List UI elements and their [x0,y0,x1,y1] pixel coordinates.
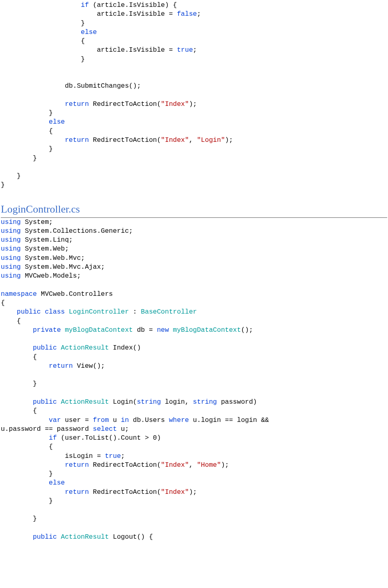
code-line: private myBlogDataContext db = new myBlo… [1,326,253,334]
code-line: using System.Web; [1,245,69,253]
code-line: db.SubmitChanges(); [1,82,141,90]
code-line: } [1,154,37,162]
code-line: { [1,127,53,135]
code-line: return RedirectToAction("Index"); [1,100,197,108]
code-line: } [1,172,21,180]
code-line: using System.Collections.Generic; [1,227,133,235]
code-line: article.IsVisible = false; [1,10,201,18]
code-line: namespace MVCweb.Controllers [1,290,113,298]
code-line: using System.Web.Mvc.Ajax; [1,263,105,271]
code-line: } [1,181,5,189]
code-line: else [1,28,97,36]
code-line: return RedirectToAction("Index"); [1,488,197,496]
code-line: else [1,479,65,487]
code-line: } [1,109,53,117]
code-line: { [1,353,37,361]
code-line: u.password == password select u; [1,425,129,433]
code-line: } [1,470,53,478]
code-line: { [1,299,5,307]
code-line: var user = from u in db.Users where u.lo… [1,416,273,424]
code-line: if (article.IsVisible) { [1,1,177,9]
code-line: } [1,145,53,153]
code-line: } [1,380,37,388]
code-block-2: using System; using System.Collections.G… [1,218,387,542]
code-line: public class LoginController : BaseContr… [1,308,197,316]
code-line: isLogin = true; [1,452,125,460]
code-line: } [1,515,37,523]
code-line: using System; [1,218,53,226]
code-line: { [1,443,53,451]
code-line: } [1,19,85,27]
code-block-1: if (article.IsVisible) { article.IsVisib… [1,1,387,190]
code-line: using System.Linq; [1,236,73,244]
code-line: if (user.ToList().Count > 0) [1,434,161,442]
code-line: { [1,407,37,415]
code-line: return RedirectToAction("Index", "Login"… [1,136,233,144]
code-line: { [1,37,85,45]
code-line: public ActionResult Login(string login, … [1,398,257,406]
code-line: { [1,317,21,325]
code-line: return RedirectToAction("Index", "Home")… [1,461,229,469]
code-line: public ActionResult Logout() { [1,533,153,541]
section-heading-logincontroller: LoginController.cs [1,202,387,218]
code-line: article.IsVisible = true; [1,46,197,54]
code-line: } [1,497,53,505]
code-line: return View(); [1,362,105,370]
code-line: using MVCweb.Models; [1,272,81,280]
code-line: else [1,118,65,126]
code-line: using System.Web.Mvc; [1,254,85,262]
document-page: if (article.IsVisible) { article.IsVisib… [0,0,388,542]
code-line: public ActionResult Index() [1,344,141,352]
code-line: } [1,55,85,63]
